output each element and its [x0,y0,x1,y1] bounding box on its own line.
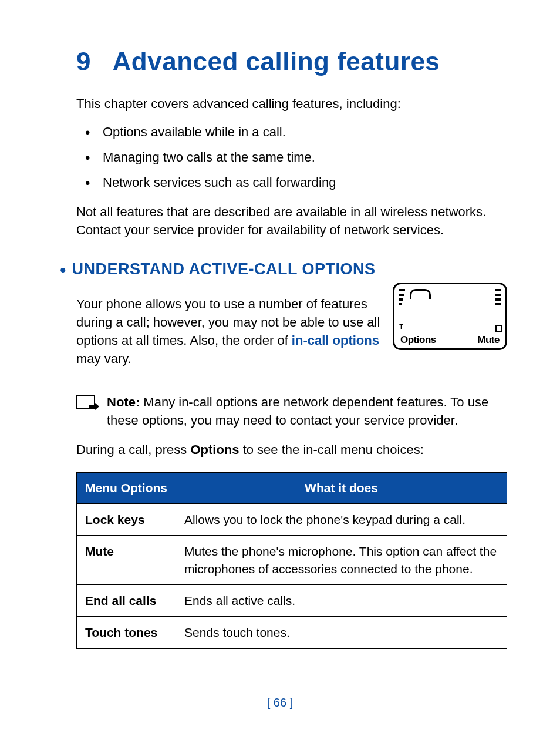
section-paragraph: Your phone allows you to use a number of… [76,295,382,368]
option-desc: Mutes the phone's microphone. This optio… [176,536,507,585]
list-item: Managing two calls at the same time. [103,144,507,170]
battery-base-icon [495,325,502,332]
table-header-menu: Menu Options [77,472,176,503]
section-heading: UNDERSTAND ACTIVE-CALL OPTIONS [72,260,376,278]
note-text: Note: Many in-call options are network d… [107,393,507,429]
intro-note-paragraph: Not all features that are described are … [76,203,507,240]
after-note-paragraph: During a call, press Options to see the … [76,441,507,459]
option-desc: Sends touch tones. [176,617,507,648]
handset-icon [410,289,431,299]
phone-screen-illustration: T Options Mute [393,283,507,350]
page-number: [ 66 ] [0,696,560,710]
option-name: Mute [77,536,176,585]
phone-softkey-right: Mute [477,334,500,346]
after-note-post: to see the in-call menu choices: [239,442,424,457]
phone-softkey-left: Options [400,334,436,346]
section-bullet-icon: • [60,261,66,279]
table-row: Lock keys Allows you to lock the phone's… [77,503,507,535]
option-desc: Ends all active calls. [176,585,507,617]
options-table: Menu Options What it does Lock keys Allo… [76,472,507,649]
svg-marker-0 [89,403,99,410]
section-text-post: may vary. [76,351,131,366]
chapter-number: 9 [76,47,91,76]
table-header-desc: What it does [176,472,507,503]
battery-bars-icon [495,289,501,305]
chapter-title-text: Advanced calling features [113,47,440,76]
intro-bullet-list: Options available while in a call. Manag… [76,119,507,195]
note-label: Note: [107,395,140,409]
chapter-title: 9 Advanced calling features [76,47,507,76]
antenna-icon: T [399,324,403,332]
table-row: Touch tones Sends touch tones. [77,617,507,648]
table-row: Mute Mutes the phone's microphone. This … [77,536,507,585]
options-key-label: Options [190,442,239,457]
note-body: Many in-call options are network depende… [107,395,488,428]
list-item: Options available while in a call. [103,119,507,144]
table-row: End all calls Ends all active calls. [77,585,507,617]
option-name: Touch tones [77,617,176,648]
option-name: Lock keys [77,503,176,535]
intro-paragraph: This chapter covers advanced calling fea… [76,95,507,113]
option-desc: Allows you to lock the phone's keypad du… [176,503,507,535]
in-call-options-link[interactable]: in-call options [292,333,379,348]
list-item: Network services such as call forwarding [103,170,507,195]
option-name: End all calls [77,585,176,617]
after-note-pre: During a call, press [76,442,190,457]
signal-bars-icon [399,289,405,305]
note-icon [76,395,97,409]
